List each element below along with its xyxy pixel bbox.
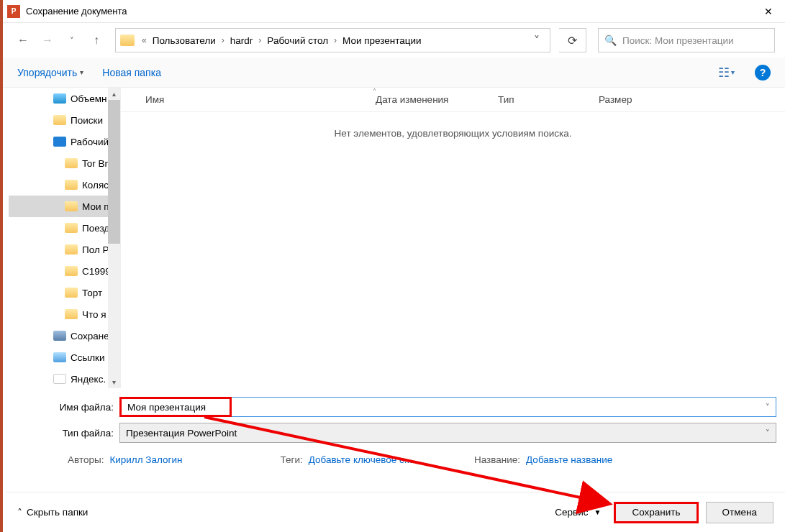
search-input[interactable]: 🔍 Поиск: Мои презентации [598,28,775,52]
chevron-down-icon: ▾ [80,68,83,76]
breadcrumb-item[interactable]: Рабочий стол [266,35,330,46]
cube-icon [53,93,66,104]
tree-item[interactable]: С1999 [9,260,120,282]
folder-icon [65,288,78,298]
tree-item[interactable]: Сохране [9,325,120,347]
scroll-down-icon[interactable]: ▾ [108,376,120,388]
chevron-right-icon: › [330,35,341,45]
tree-item[interactable]: Мои пр [9,196,120,217]
window-title: Сохранение документа [26,6,752,17]
folder-icon [65,223,78,233]
column-date[interactable]: Дата изменения [376,94,498,105]
breadcrumb-prefix: « [137,35,151,45]
tags-value[interactable]: Добавьте ключевое с... [309,454,412,465]
tree-item[interactable]: Рабочий [9,131,120,152]
file-list: ˄ Имя Дата изменения Тип Размер Нет элем… [121,88,785,388]
back-arrow-icon[interactable]: ← [13,30,33,50]
folder-icon [65,266,78,276]
tree-item[interactable]: Поездк [9,217,120,239]
tree-item[interactable]: Коляск [9,174,120,196]
folder-icon [65,158,78,168]
title-label: Название: [474,454,520,465]
tree-item-label: Поиски [71,115,103,126]
tree-item-label: Торт [82,288,102,298]
tree-item[interactable]: Поиски [9,109,120,131]
hide-folders-button[interactable]: ˄ Скрыть папки [17,507,88,518]
footer: ˄ Скрыть папки Сервис ▼ Сохранить Отмена [6,492,785,532]
tree-item[interactable]: Пол Ро [9,239,120,260]
chevron-right-icon: › [217,35,229,45]
tags-label: Теги: [280,454,302,465]
chevron-down-icon: ˅ [766,428,770,438]
yandex-icon [53,374,66,384]
help-icon[interactable]: ? [755,65,771,81]
filetype-label: Тип файла: [12,428,119,439]
filename-label: Имя файла: [12,402,119,413]
close-button[interactable]: ✕ [752,0,785,23]
link-icon [53,352,66,362]
sort-indicator-icon: ˄ [373,88,376,96]
organize-button[interactable]: Упорядочить▾ [17,67,83,78]
tree-item[interactable]: Яндекс. [9,368,120,388]
search-placeholder: Поиск: Мои презентации [622,35,734,46]
forward-arrow-icon[interactable]: → [37,30,58,50]
breadcrumb-item[interactable]: Пользователи [151,35,217,46]
folder-icon [65,244,78,254]
chevron-up-icon: ˄ [17,507,22,518]
tree-item-label: Сохране [71,331,109,341]
save-button[interactable]: Сохранить [614,502,698,523]
search-icon: 🔍 [604,35,617,46]
service-button[interactable]: Сервис ▼ [549,507,607,518]
tree-item-label: Ссылки [71,352,105,363]
save-icon [53,331,66,341]
column-name[interactable]: Имя [145,94,376,105]
filename-input[interactable]: Моя презентация [119,397,232,417]
navigation-bar: ← → ˅ ↑ « Пользователи › hardr › Рабочий… [3,23,785,58]
empty-message: Нет элементов, удовлетворяющих условиям … [121,112,785,139]
authors-label: Авторы: [68,454,104,465]
tree-item[interactable]: Tor Bro [9,152,120,174]
tree-item[interactable]: Что я з [9,303,120,325]
tree-item[interactable]: Торт [9,282,120,303]
filetype-select[interactable]: Презентация PowerPoint ˅ [119,423,776,443]
scroll-up-icon[interactable]: ▴ [108,88,120,100]
column-type[interactable]: Тип [498,94,599,105]
filename-dropdown[interactable]: ˅ [230,397,776,417]
breadcrumb-item[interactable]: Мои презентации [341,35,423,46]
desktop-icon [53,137,66,147]
cancel-button[interactable]: Отмена [706,502,773,523]
title-value[interactable]: Добавьте название [526,454,612,465]
column-headers: ˄ Имя Дата изменения Тип Размер [121,88,785,112]
search-icon [53,115,66,125]
refresh-button[interactable]: ⟳ [559,28,586,52]
scrollbar-thumb[interactable] [108,100,120,244]
tree-item-label: Рабочий [71,137,109,147]
scrollbar[interactable]: ▴ ▾ [108,88,120,388]
view-options-icon[interactable]: ☷▾ [716,65,736,81]
breadcrumb-item[interactable]: hardr [229,35,255,46]
folder-icon [65,201,78,211]
chevron-right-icon: › [254,35,266,45]
powerpoint-icon: P [7,5,20,18]
main-area: ОбъемнПоискиРабочийTor BroКоляскМои прПо… [3,88,785,388]
tree-item[interactable]: Ссылки [9,347,120,368]
toolbar: Упорядочить▾ Новая папка ☷▾ ? [3,58,785,88]
column-size[interactable]: Размер [599,94,671,105]
tree-item-label: С1999 [82,266,111,277]
breadcrumb[interactable]: « Пользователи › hardr › Рабочий стол › … [115,28,550,52]
authors-value[interactable]: Кирилл Залогин [109,454,182,465]
folder-icon [120,35,135,46]
up-arrow-icon[interactable]: ↑ [86,30,106,50]
tree-item[interactable]: Объемн [9,88,120,109]
folder-icon [65,309,78,319]
form-area: Имя файла: Моя презентация ˅ Тип файла: … [3,388,785,465]
tree-item-label: Объемн [71,93,106,104]
sidebar-tree: ОбъемнПоискиРабочийTor BroКоляскМои прПо… [3,88,121,388]
new-folder-button[interactable]: Новая папка [102,67,161,78]
breadcrumb-dropdown-icon[interactable]: ˅ [528,34,545,47]
chevron-down-icon: ▼ [594,508,602,516]
recent-dropdown-icon[interactable]: ˅ [62,30,82,50]
tree-item-label: Яндекс. [71,374,106,385]
folder-icon [65,180,78,190]
title-bar: P Сохранение документа ✕ [3,0,785,23]
